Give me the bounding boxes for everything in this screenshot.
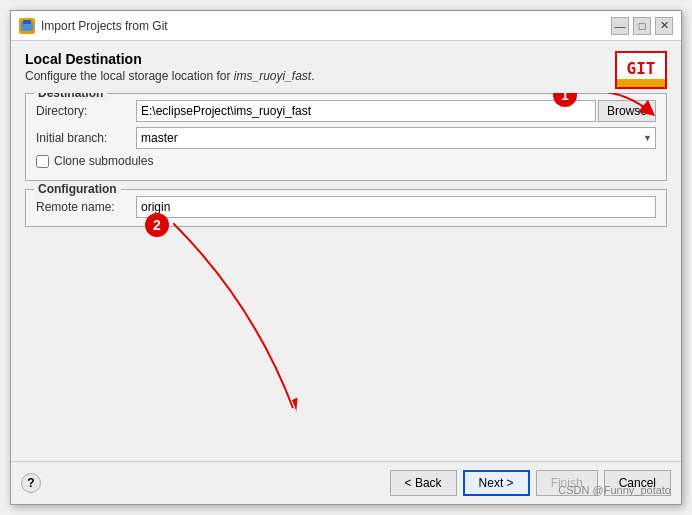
footer: ? < Back Next > Finish Cancel CSDN @Funn… — [11, 461, 681, 504]
clone-submodules-row: Clone submodules — [36, 154, 656, 168]
window-title: Import Projects from Git — [41, 19, 168, 33]
directory-label: Directory: — [36, 104, 136, 118]
section-heading: Local Destination — [25, 51, 315, 67]
header-text: Local Destination Configure the local st… — [25, 51, 315, 83]
help-button[interactable]: ? — [21, 473, 41, 493]
git-logo-text: GIT — [627, 59, 656, 78]
main-body: 1 Destination Directory: Browse — [25, 93, 667, 461]
branch-select-wrapper: master — [136, 127, 656, 149]
configuration-section-label: Configuration — [34, 182, 121, 196]
dialog-window: Import Projects from Git — □ ✕ Local Des… — [10, 10, 682, 505]
maximize-button[interactable]: □ — [633, 17, 651, 35]
clone-submodules-checkbox[interactable] — [36, 155, 49, 168]
directory-input[interactable] — [136, 100, 596, 122]
next-button[interactable]: Next > — [463, 470, 530, 496]
header-description: Configure the local storage location for… — [25, 69, 315, 83]
clone-submodules-label[interactable]: Clone submodules — [54, 154, 153, 168]
annotation-2: 2 — [145, 213, 169, 237]
window-controls: — □ ✕ — [611, 17, 673, 35]
destination-section: Destination Directory: Browse Initial br… — [25, 93, 667, 181]
titlebar: Import Projects from Git — □ ✕ — [11, 11, 681, 41]
header-row: Local Destination Configure the local st… — [25, 51, 667, 89]
content-area: Local Destination Configure the local st… — [11, 41, 681, 461]
window-icon — [19, 18, 35, 34]
branch-row: Initial branch: master — [36, 127, 656, 149]
git-logo: GIT — [615, 51, 667, 89]
branch-label: Initial branch: — [36, 131, 136, 145]
remote-name-label: Remote name: — [36, 200, 136, 214]
close-button[interactable]: ✕ — [655, 17, 673, 35]
destination-section-label: Destination — [34, 93, 107, 100]
remote-name-row: Remote name: — [36, 196, 656, 218]
branch-select[interactable]: master — [136, 127, 656, 149]
watermark: CSDN @Funny_potato — [558, 484, 671, 496]
titlebar-left: Import Projects from Git — [19, 18, 168, 34]
minimize-button[interactable]: — — [611, 17, 629, 35]
configuration-section: Configuration Remote name: — [25, 189, 667, 227]
svg-rect-1 — [23, 20, 31, 24]
git-logo-stripe — [617, 79, 665, 87]
browse-button[interactable]: Browse — [598, 100, 656, 122]
back-button[interactable]: < Back — [390, 470, 457, 496]
remote-name-input[interactable] — [136, 196, 656, 218]
footer-left: ? — [21, 473, 41, 493]
